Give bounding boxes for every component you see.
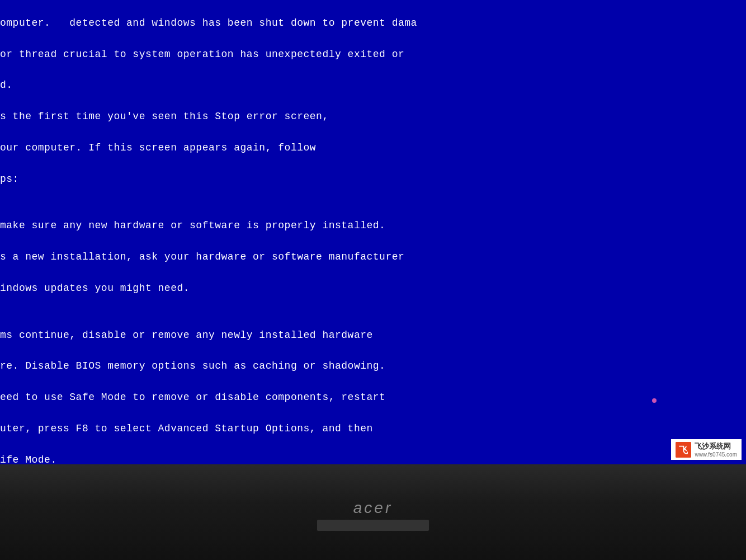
bsod-content: omputer. detected and windows has been s…: [0, 0, 746, 464]
watermark-url: www.fs0745.com: [695, 451, 737, 458]
monitor-container: omputer. detected and windows has been s…: [0, 0, 746, 560]
bsod-line-14: eed to use Safe Mode to remove or disabl…: [0, 390, 746, 406]
bsod-line-16: ife Mode.: [0, 453, 746, 464]
bsod-line-5: our computer. If this screen appears aga…: [0, 140, 746, 156]
monitor-bezel: acer: [0, 464, 746, 560]
bsod-line-15: uter, press F8 to select Advanced Startu…: [0, 421, 746, 437]
bsod-line-13: re. Disable BIOS memory options such as …: [0, 359, 746, 374]
monitor-stand: [317, 520, 429, 531]
bsod-line-2: or thread crucial to system operation ha…: [0, 47, 746, 63]
svg-text:飞: 飞: [679, 445, 688, 455]
watermark-info: 飞沙系统网 www.fs0745.com: [695, 441, 737, 458]
bsod-line-3: d.: [0, 78, 746, 93]
bsod-line-9: s a new installation, ask your hardware …: [0, 250, 746, 265]
watermark: 飞 飞沙系统网 www.fs0745.com: [671, 439, 742, 460]
watermark-name: 飞沙系统网: [695, 441, 737, 451]
bsod-screen: omputer. detected and windows has been s…: [0, 0, 746, 464]
bsod-line-12: ms continue, disable or remove any newly…: [0, 328, 746, 343]
bsod-line-6: ps:: [0, 172, 746, 187]
screen-artifact: [652, 398, 657, 403]
bsod-line-4: s the first time you've seen this Stop e…: [0, 109, 746, 125]
monitor-brand: acer: [353, 499, 393, 517]
watermark-logo: 飞: [676, 442, 691, 458]
bsod-line-8: make sure any new hardware or software i…: [0, 218, 746, 234]
bsod-line-1: omputer. detected and windows has been s…: [0, 16, 746, 31]
bsod-line-10: indows updates you might need.: [0, 281, 746, 297]
